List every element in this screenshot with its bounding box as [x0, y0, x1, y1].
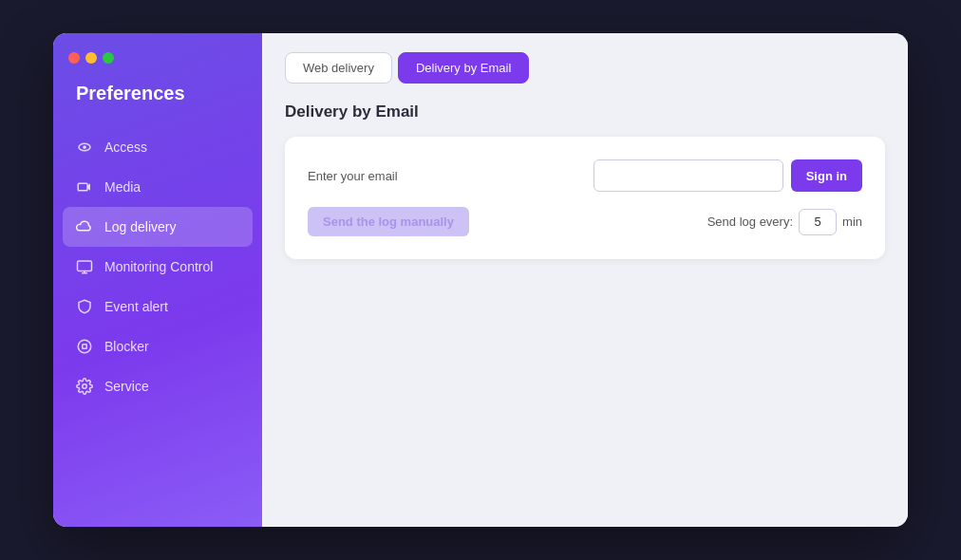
block-icon: [76, 338, 93, 355]
sidebar-item-monitoring-control[interactable]: Monitoring Control: [53, 247, 262, 287]
tab-bar: Web delivery Delivery by Email: [285, 52, 885, 84]
email-label: Enter your email: [308, 169, 398, 183]
sidebar-item-media[interactable]: Media: [53, 167, 262, 207]
bottom-row: Send the log manually Send log every: mi…: [308, 207, 862, 236]
app-window: Preferences Access Media Log delivery: [53, 33, 908, 527]
svg-point-9: [83, 384, 87, 389]
sidebar-label-service: Service: [104, 379, 149, 394]
sidebar-label-blocker: Blocker: [104, 339, 149, 354]
email-row: Enter your email Sign in: [308, 159, 862, 192]
minimize-dot[interactable]: [85, 52, 97, 64]
interval-unit: min: [842, 215, 862, 229]
shield-icon: [76, 298, 93, 315]
cloud-icon: [76, 218, 93, 235]
interval-group: Send log every: min: [707, 209, 862, 235]
sidebar-label-media: Media: [104, 179, 141, 195]
delivery-card: Enter your email Sign in Send the log ma…: [285, 137, 885, 259]
gear-icon: [76, 378, 93, 395]
sidebar-label-access: Access: [104, 140, 147, 155]
tab-delivery-by-email[interactable]: Delivery by Email: [398, 52, 529, 84]
sidebar-item-access[interactable]: Access: [53, 127, 262, 167]
email-input-group: Sign in: [594, 159, 862, 192]
sidebar-item-blocker[interactable]: Blocker: [53, 327, 262, 366]
media-icon: [76, 178, 93, 196]
svg-rect-2: [78, 183, 87, 191]
sidebar-item-log-delivery[interactable]: Log delivery: [63, 207, 253, 247]
svg-rect-8: [83, 345, 87, 349]
interval-input[interactable]: [799, 209, 837, 235]
eye-icon: [76, 139, 93, 156]
sidebar-label-log-delivery: Log delivery: [104, 219, 177, 234]
maximize-dot[interactable]: [103, 52, 114, 64]
sign-in-button[interactable]: Sign in: [791, 159, 862, 192]
send-manually-button[interactable]: Send the log manually: [308, 207, 469, 236]
email-input[interactable]: [594, 159, 783, 192]
interval-label: Send log every:: [707, 215, 793, 229]
svg-point-7: [78, 340, 91, 353]
traffic-lights: [53, 52, 262, 83]
monitor-icon: [76, 258, 93, 275]
sidebar: Preferences Access Media Log delivery: [53, 33, 262, 527]
svg-point-1: [83, 145, 86, 149]
close-dot[interactable]: [68, 52, 80, 64]
section-title: Delivery by Email: [285, 103, 885, 121]
sidebar-item-event-alert[interactable]: Event alert: [53, 287, 262, 327]
sidebar-title: Preferences: [53, 83, 262, 127]
svg-rect-4: [78, 261, 92, 271]
sidebar-label-monitoring-control: Monitoring Control: [104, 259, 213, 274]
tab-web-delivery[interactable]: Web delivery: [285, 52, 392, 84]
main-content: Web delivery Delivery by Email Delivery …: [262, 33, 908, 527]
sidebar-label-event-alert: Event alert: [104, 299, 168, 314]
sidebar-item-service[interactable]: Service: [53, 366, 262, 406]
